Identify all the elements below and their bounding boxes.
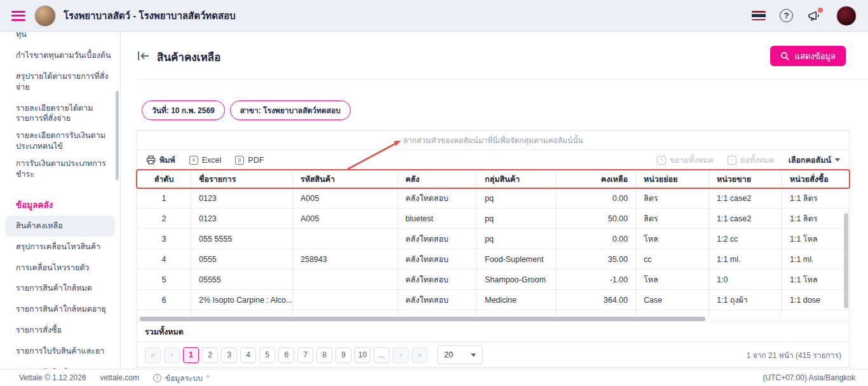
expand-all-button[interactable]: + ขยายทั้งหมด — [657, 154, 714, 167]
table-row[interactable]: 5 05555 คลังใทดสอบ Shampoo-Groom -1.00 โ… — [137, 270, 849, 290]
cell: 3 — [137, 229, 191, 249]
horizontal-scrollbar[interactable] — [137, 316, 849, 322]
cell: Equipment — [477, 310, 557, 316]
excel-label: Excel — [202, 156, 222, 165]
cell: Medicine — [477, 290, 557, 310]
first-page-button[interactable]: « — [145, 347, 161, 363]
table-row[interactable]: 1 0123 A005 คลังใทดสอบ pq 0.00 ลิตร 1:1 … — [137, 188, 849, 209]
pagination: « ‹ 1 2 3 4 5 6 7 8 9 10 ... › » 20 1 จา… — [137, 342, 849, 368]
cell: 1:1 ml. — [709, 249, 782, 270]
page-button-6[interactable]: 6 — [278, 347, 294, 363]
cell: 1:1 dose — [782, 290, 849, 310]
last-page-button[interactable]: » — [412, 347, 428, 363]
sidebar-item[interactable]: รายละเอียดการรับเงินตามประเภทคนไข้ — [0, 129, 120, 157]
notification-dot — [818, 8, 823, 13]
page-button-3[interactable]: 3 — [221, 347, 237, 363]
page-button-4[interactable]: 4 — [240, 347, 256, 363]
column-header[interactable]: ชื่อรายการ — [191, 170, 293, 188]
cell: pq — [477, 229, 557, 249]
sidebar-item[interactable]: รายการสินค้าใกล้หมดอายุ — [0, 299, 120, 320]
menu-icon[interactable] — [11, 11, 25, 21]
sidebar-item[interactable]: การเคลื่อนไหวรายตัว — [0, 258, 120, 279]
sidebar-item[interactable]: รายละเอียดรายได้ตามรายการที่สั่งจ่าย — [0, 98, 120, 130]
date-filter-chip[interactable]: วันที่: 10 ก.พ. 2569 — [142, 100, 225, 120]
page-button-10[interactable]: 10 — [355, 347, 370, 363]
vettale-link[interactable]: vettale.com — [100, 373, 139, 382]
thai-flag-icon[interactable] — [752, 11, 766, 20]
print-button[interactable]: พิมพ์ — [146, 154, 175, 167]
cell: 0555 — [191, 249, 293, 270]
page-button-8[interactable]: 8 — [316, 347, 332, 363]
export-excel-button[interactable]: x Excel — [189, 156, 222, 165]
cell: Shampoo-Groom — [477, 270, 557, 290]
cell: 1:1 โหล — [782, 229, 849, 249]
table-row[interactable]: 6 2% Isopto Carpine : Alco... คลังใทดสอบ… — [137, 290, 849, 310]
cell: 1:1 ลิตร — [782, 209, 849, 229]
branch-filter-chip[interactable]: สาขา: โรงพยาบาลสัตว์ทดสอบ — [230, 100, 351, 120]
collapse-all-icon: − — [728, 156, 736, 165]
table-row[interactable]: 4 0555 258943 คลังใทดสอบ Food-Suplement … — [137, 249, 849, 270]
collapse-all-button[interactable]: − ย่อทั้งหมด — [728, 154, 775, 167]
column-header[interactable]: รหัสสินค้า — [293, 170, 398, 188]
page-button-7[interactable]: 7 — [297, 347, 313, 363]
user-avatar[interactable] — [836, 6, 857, 26]
data-grid: ลากส่วนหัวของคอลัมน์มาที่นี่เพื่อจัดกลุ่… — [137, 130, 850, 368]
column-header[interactable]: ลำดับ — [137, 170, 191, 188]
clinic-avatar[interactable] — [34, 5, 56, 27]
expand-all-icon: + — [657, 156, 666, 165]
column-header[interactable]: คลัง — [398, 170, 477, 188]
cell: 258943 — [293, 249, 398, 270]
cell: 2% Isopto Carpine : Alco... — [191, 290, 293, 310]
sidebar-item-stock-remaining[interactable]: สินค้าคงเหลือ — [5, 216, 115, 237]
cell: คลังใทดสอบ — [398, 290, 477, 310]
cell: คลังใทดสอบ — [398, 310, 477, 316]
collapse-panel-icon[interactable] — [137, 50, 151, 62]
column-header[interactable]: หน่วยสั่งซื้อ — [782, 170, 849, 188]
prev-page-button[interactable]: ‹ — [164, 347, 180, 363]
page-button-2[interactable]: 2 — [202, 347, 218, 363]
cell: 4 — [137, 249, 191, 270]
sidebar-scrollbar[interactable] — [116, 91, 119, 180]
sidebar-section-inventory: ข้อมูลคลัง — [0, 185, 120, 216]
sidebar-item[interactable]: รายการรับสินค้าและยา — [0, 362, 120, 369]
sidebar: ทุน กำไรขาดทุนตามวันเบื้องต้น สรุปรายได้… — [0, 32, 121, 369]
sidebar-item[interactable]: การรับเงินตามประเภทการชำระ — [0, 157, 120, 185]
chevron-down-icon — [835, 158, 840, 162]
sidebar-item[interactable]: สรุปการเคลื่อนไหวสินค้า — [0, 237, 120, 258]
next-page-button[interactable]: › — [393, 347, 409, 363]
cell: pq — [477, 209, 557, 229]
choose-columns-button[interactable]: เลือกคอลัมน์ — [789, 154, 840, 167]
sidebar-item-clipped[interactable]: ทุน — [0, 32, 120, 45]
announcements-icon[interactable] — [807, 9, 822, 23]
sidebar-item[interactable]: สรุปรายได้ตามรายการที่สั่งจ่าย — [0, 66, 120, 98]
page-ellipsis[interactable]: ... — [374, 347, 390, 363]
system-info-button[interactable]: i ข้อมูลระบบ ^ — [153, 372, 210, 384]
vertical-scrollbar[interactable] — [844, 213, 848, 308]
page-button-1[interactable]: 1 — [183, 347, 199, 363]
sidebar-item[interactable]: รายการสั่งซื้อ — [0, 320, 120, 341]
show-data-button[interactable]: แสดงข้อมูล — [770, 46, 846, 66]
sidebar-item[interactable]: รายการใบรับสินค้าและยา — [0, 341, 120, 362]
column-header[interactable]: หน่วยขาย — [709, 170, 782, 188]
cell: 1:2 cc — [709, 229, 782, 249]
cell: A005 — [293, 209, 398, 229]
column-header[interactable]: กลุ่มสินค้า — [477, 170, 557, 188]
table-row[interactable]: 2 0123 A005 bluetest pq 50.00 ลิตร 1:1 c… — [137, 209, 849, 229]
export-pdf-button[interactable]: p PDF — [235, 156, 264, 165]
expand-all-label: ขยายทั้งหมด — [670, 154, 714, 167]
column-header[interactable]: คงเหลือ — [557, 170, 636, 188]
page-button-9[interactable]: 9 — [336, 347, 351, 363]
page-button-5[interactable]: 5 — [259, 347, 275, 363]
sidebar-item[interactable]: กำไรขาดทุนตามวันเบื้องต้น — [0, 45, 120, 66]
cell: 1 — [137, 188, 191, 209]
page-size-select[interactable]: 20 — [437, 345, 483, 364]
pagination-info: 1 จาก 21 หน้า (415 รายการ) — [747, 349, 841, 361]
search-icon — [780, 52, 790, 61]
cell: โหล — [636, 229, 709, 249]
column-header[interactable]: หน่วยย่อย — [636, 170, 709, 188]
group-drop-zone[interactable]: ลากส่วนหัวของคอลัมน์มาที่นี่เพื่อจัดกลุ่… — [137, 131, 849, 150]
help-icon[interactable]: ? — [780, 9, 793, 22]
sidebar-item[interactable]: รายการสินค้าใกล้หมด — [0, 278, 120, 299]
table-row[interactable]: 7 คลังใทดสอบ Equipment 0.00 — [137, 310, 849, 316]
table-row[interactable]: 3 055 5555 คลังใทดสอบ pq 0.00 โหล 1:2 cc… — [137, 229, 849, 249]
